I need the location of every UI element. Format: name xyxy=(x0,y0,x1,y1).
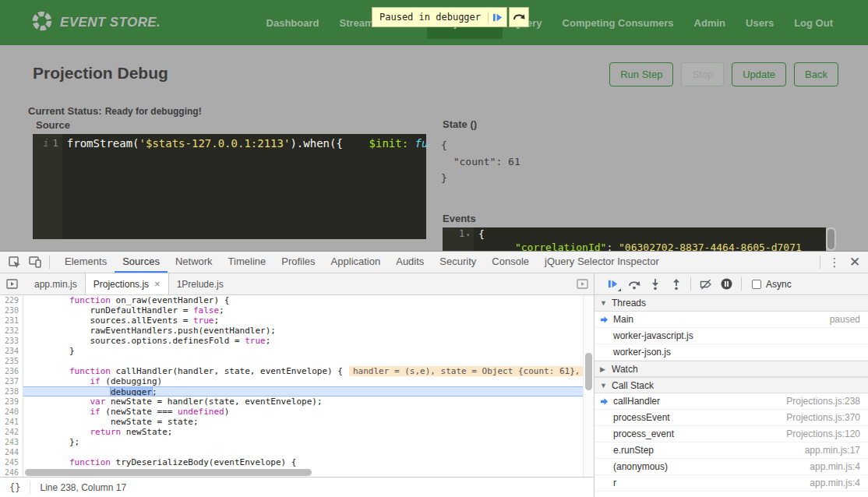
stack-frame-e-runstep-label: e.runStep xyxy=(613,445,654,456)
code-line-242[interactable]: 242 return newState; xyxy=(0,427,583,437)
update-button[interactable]: Update xyxy=(732,62,786,86)
code-line-231[interactable]: 231 sources.allEvents = true; xyxy=(0,315,583,326)
paused-in-debugger-overlay: Paused in debugger xyxy=(372,7,529,27)
info-annotation-icon: i xyxy=(43,138,48,149)
code-line-234[interactable]: 234 } xyxy=(0,346,583,356)
inspect-element-icon[interactable] xyxy=(5,253,25,272)
step-into-icon[interactable] xyxy=(644,275,665,294)
stack-frame-r[interactable]: rapp.min.js:4 xyxy=(595,475,868,492)
tab-jquery-selector-inspector[interactable]: jQuery Selector Inspector xyxy=(537,252,667,273)
code-line-244[interactable]: 244 xyxy=(0,447,583,457)
stack-frame-processevent[interactable]: processEventProjections.js:370 xyxy=(595,410,868,426)
line-content: if (debugging) xyxy=(23,376,583,386)
devtools-tabs: ElementsSourcesNetworkTimelineProfilesAp… xyxy=(57,252,667,273)
async-toggle: Async xyxy=(752,279,792,290)
code-line-235[interactable]: 235 xyxy=(0,356,583,366)
async-checkbox[interactable] xyxy=(752,280,761,289)
code-line-243[interactable]: 243 }; xyxy=(0,437,583,447)
inline-value-annotation: handler = (s,e), state = Object {count: … xyxy=(349,366,583,376)
code-line-233[interactable]: 233 sources.options.definesFold = true; xyxy=(0,336,583,346)
paused-resume-icon[interactable] xyxy=(488,12,506,23)
code-line-236[interactable]: 236 function callHandler(handler, state,… xyxy=(0,366,583,376)
code-line-238[interactable]: 238 debugger; xyxy=(0,386,583,397)
devtools-close-icon[interactable]: ✕ xyxy=(845,253,865,272)
call-stack-section[interactable]: ▼Call Stack xyxy=(595,377,868,393)
back-button[interactable]: Back xyxy=(794,62,838,86)
stack-frame-callhandler-detail: Projections.js:238 xyxy=(786,396,860,407)
nav-item-log-out[interactable]: Log Out xyxy=(784,7,843,39)
events-scrollbar-thumb[interactable] xyxy=(827,229,834,249)
run-step-button[interactable]: Run Step xyxy=(609,62,673,86)
code-line-245[interactable]: 245 function tryDeserializeBody(eventEnv… xyxy=(0,457,583,467)
tab-sources[interactable]: Sources xyxy=(115,252,168,273)
threads-section[interactable]: ▼Threads xyxy=(595,295,868,312)
code-line-241[interactable]: 241 newState = state; xyxy=(0,417,583,427)
page-content: Projection Debug Run StepStopUpdateBack … xyxy=(0,45,868,251)
thread-main[interactable]: Mainpaused xyxy=(595,312,868,328)
devtools-menu-icon[interactable]: ⋮ xyxy=(824,253,845,272)
code-line-230[interactable]: 230 runDefaultHandler = false; xyxy=(0,305,583,315)
line-content: function on_raw(eventHandler) { xyxy=(23,295,583,305)
tab-profiles[interactable]: Profiles xyxy=(273,252,323,273)
step-out-icon[interactable] xyxy=(665,275,686,294)
devtools-main: app.min.jsProjections.js×1Prelude.js 229… xyxy=(0,273,868,497)
line-number: 245 xyxy=(0,457,23,467)
stop-button[interactable]: Stop xyxy=(681,62,724,86)
pause-on-exceptions-icon[interactable] xyxy=(716,275,737,294)
horizontal-scrollbar-thumb[interactable] xyxy=(25,469,312,476)
editor-panel-toggle-icon[interactable] xyxy=(570,279,594,289)
stack-frame-e-runstep[interactable]: e.runStepapp.min.js:17 xyxy=(595,442,868,459)
code-line-240[interactable]: 240 if (newState === undefined) xyxy=(0,407,583,417)
stack-frame-processevent-detail: Projections.js:370 xyxy=(786,412,860,423)
code-line-232[interactable]: 232 rawEventHandlers.push(eventHandler); xyxy=(0,326,583,336)
resume-script-icon[interactable] xyxy=(602,275,623,294)
vertical-scrollbar[interactable] xyxy=(583,295,594,477)
stack-frame-process-event[interactable]: process_eventProjections.js:120 xyxy=(595,426,868,442)
editor-statusbar: {} Line 238, Column 17 xyxy=(0,477,594,497)
tab-security[interactable]: Security xyxy=(432,252,484,273)
stack-frame-callhandler-label: callHandler xyxy=(613,396,660,407)
file-tab-app-min-js[interactable]: app.min.js xyxy=(26,273,85,294)
close-tab-icon[interactable]: × xyxy=(154,278,161,290)
nav-item-admin[interactable]: Admin xyxy=(684,7,736,39)
fold-caret-icon[interactable]: ▾ xyxy=(466,231,470,238)
thread-worker-javascript-js[interactable]: worker-javascript.js xyxy=(595,328,868,344)
tab-console[interactable]: Console xyxy=(484,252,537,273)
source-editor[interactable]: i 1 fromStream('$stats-127.0.0.1:2113').… xyxy=(33,134,426,239)
step-over-icon[interactable] xyxy=(623,275,644,294)
file-tab-1prelude-js[interactable]: 1Prelude.js xyxy=(169,273,231,294)
events-line-2: "correlationId": "06302702-8837-4464-860… xyxy=(443,241,826,251)
events-scrollbar[interactable] xyxy=(826,227,836,251)
toolbar-right-icons: ⋮ ✕ xyxy=(816,253,868,272)
stack-frame-process-event-label: process_event xyxy=(613,428,674,439)
tab-timeline[interactable]: Timeline xyxy=(221,252,274,273)
pretty-print-icon[interactable]: {} xyxy=(9,482,20,493)
thread-worker-json-js[interactable]: worker-json.js xyxy=(595,344,868,361)
source-gutter: i 1 xyxy=(33,134,62,239)
brand[interactable]: EVENT STORE. xyxy=(31,10,161,35)
nav-item-users[interactable]: Users xyxy=(736,7,784,39)
stack-frame-partial[interactable] xyxy=(595,492,868,497)
nav-item-dashboard[interactable]: Dashboard xyxy=(256,7,330,39)
code-line-229[interactable]: 229 function on_raw(eventHandler) { xyxy=(0,295,583,305)
tab-audits[interactable]: Audits xyxy=(388,252,432,273)
tab-application[interactable]: Application xyxy=(323,252,389,273)
paused-step-over-icon[interactable] xyxy=(510,12,528,23)
navigator-toggle-icon[interactable] xyxy=(0,279,23,289)
tab-network[interactable]: Network xyxy=(168,252,221,273)
watch-section[interactable]: ▶Watch xyxy=(595,361,868,377)
stack-frame-callhandler[interactable]: callHandlerProjections.js:238 xyxy=(595,393,868,410)
code-line-237[interactable]: 237 if (debugging) xyxy=(0,376,583,386)
tab-elements[interactable]: Elements xyxy=(57,252,115,273)
code-line-239[interactable]: 239 var newState = handler(state, eventE… xyxy=(0,397,583,407)
stack-frame-anonymous[interactable]: (anonymous)app.min.js:4 xyxy=(595,459,868,475)
file-tab-projections-js[interactable]: Projections.js× xyxy=(85,273,169,294)
line-number: 235 xyxy=(0,356,23,366)
nav-item-competing-consumers[interactable]: Competing Consumers xyxy=(552,7,684,39)
thread-main-detail: paused xyxy=(830,314,860,325)
events-editor[interactable]: 1▾ { "correlationId": "06302702-8837-446… xyxy=(443,227,826,251)
code-editor[interactable]: 229 function on_raw(eventHandler) {230 r… xyxy=(0,295,583,477)
device-toolbar-icon[interactable] xyxy=(25,253,45,272)
vertical-scrollbar-thumb[interactable] xyxy=(585,353,592,390)
deactivate-breakpoints-icon[interactable] xyxy=(695,275,716,294)
